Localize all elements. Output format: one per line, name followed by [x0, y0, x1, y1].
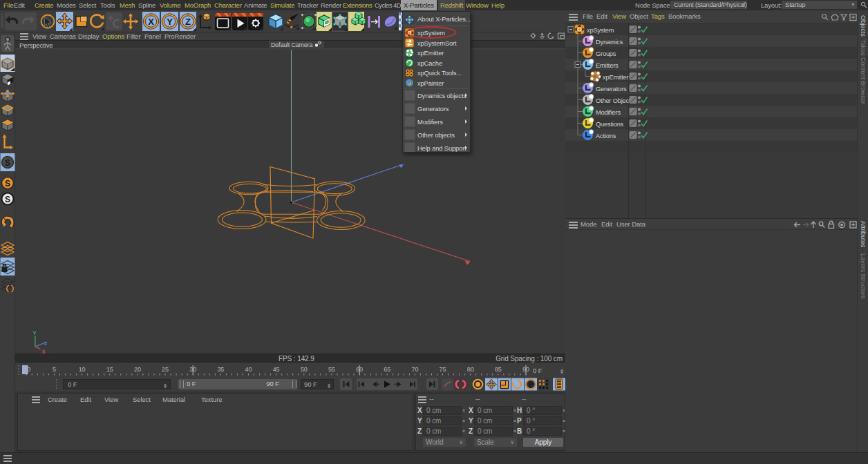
svg-text:20: 20: [134, 366, 141, 373]
svg-text:15: 15: [106, 366, 113, 373]
svg-text:45: 45: [273, 366, 280, 373]
svg-text:25: 25: [162, 366, 169, 373]
svg-text:5: 5: [53, 366, 56, 373]
svg-text:Groups: Groups: [596, 50, 616, 57]
svg-text:55: 55: [328, 366, 335, 373]
svg-text:Z: Z: [185, 17, 191, 27]
svg-text:60: 60: [356, 366, 363, 373]
svg-text:S: S: [5, 158, 10, 168]
svg-text:65: 65: [384, 366, 390, 373]
svg-text:xpSystem: xpSystem: [587, 27, 614, 34]
svg-text:Questions: Questions: [596, 121, 624, 128]
svg-text:xpEmitter: xpEmitter: [603, 74, 629, 81]
svg-text:X: X: [148, 17, 154, 27]
svg-text:80: 80: [467, 366, 474, 373]
svg-text:35: 35: [217, 366, 224, 373]
svg-text:X: X: [42, 349, 46, 354]
svg-text:Emitters: Emitters: [596, 62, 619, 69]
svg-text:Y: Y: [33, 330, 37, 336]
svg-text:Y: Y: [167, 17, 173, 27]
svg-text:Z: Z: [44, 340, 48, 347]
svg-text:10: 10: [79, 366, 86, 373]
svg-text:Other Objects: Other Objects: [596, 97, 634, 104]
svg-text:70: 70: [411, 366, 418, 373]
svg-text:30: 30: [189, 366, 196, 373]
svg-text:P: P: [529, 380, 534, 388]
svg-text:S: S: [5, 179, 10, 188]
svg-text:S: S: [5, 195, 10, 204]
svg-text:75: 75: [440, 366, 446, 373]
svg-text:85: 85: [495, 366, 502, 373]
svg-text:Modifiers: Modifiers: [596, 109, 621, 116]
svg-text:Dynamics: Dynamics: [596, 39, 623, 46]
svg-text:40: 40: [245, 366, 252, 373]
svg-text:0: 0: [27, 366, 30, 373]
svg-text:50: 50: [301, 366, 308, 373]
svg-text:Generators: Generators: [596, 86, 627, 93]
svg-text:Actions: Actions: [596, 133, 616, 139]
svg-text:90: 90: [522, 366, 529, 373]
